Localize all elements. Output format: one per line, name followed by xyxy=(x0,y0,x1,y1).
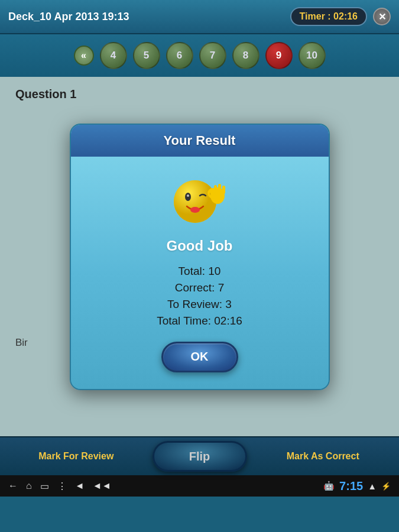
recent-apps-icon[interactable]: ▭ xyxy=(40,481,49,492)
stat-time: Total Time: 02:16 xyxy=(157,314,242,327)
stat-correct: Correct: 7 xyxy=(175,281,224,294)
status-left-icons: ← ⌂ ▭ ⋮ ◄ ◄◄ xyxy=(8,481,111,492)
battery-icon: ⚡ xyxy=(381,482,391,491)
nav-back-button[interactable]: « xyxy=(74,46,94,66)
question-5-button[interactable]: 5 xyxy=(133,42,160,69)
back-icon[interactable]: ← xyxy=(8,481,18,491)
result-modal: Your Result xyxy=(70,124,330,390)
svg-point-4 xyxy=(190,207,200,213)
modal-title: Your Result xyxy=(164,133,236,148)
home-icon[interactable]: ⌂ xyxy=(26,481,32,491)
modal-body: Good Job Total: 10 Correct: 7 To Review:… xyxy=(71,157,329,389)
question-10-button[interactable]: 10 xyxy=(299,42,326,69)
result-emoji xyxy=(170,171,229,232)
close-button[interactable]: ✕ xyxy=(373,8,391,25)
main-content-area: Question 1 Bir Your Result xyxy=(0,77,399,436)
mark-correct-button[interactable]: Mark As Correct xyxy=(247,437,400,475)
mark-review-button[interactable]: Mark For Review xyxy=(0,437,153,475)
svg-rect-8 xyxy=(222,186,225,194)
android-icon: 🤖 xyxy=(323,481,335,491)
status-bar: ← ⌂ ▭ ⋮ ◄ ◄◄ 🤖 7:15 ▲ ⚡ xyxy=(0,475,399,497)
top-bar-right: Timer : 02:16 ✕ xyxy=(290,7,391,26)
top-bar: Deck_10 Apr 2013 19:13 Timer : 02:16 ✕ xyxy=(0,0,399,34)
question-9-button[interactable]: 9 xyxy=(265,42,293,69)
question-8-button[interactable]: 8 xyxy=(232,42,259,69)
svg-point-3 xyxy=(187,194,189,197)
status-time: 7:15 xyxy=(339,479,363,493)
vol-up-icon[interactable]: ◄◄ xyxy=(93,481,112,491)
stat-review: To Review: 3 xyxy=(167,298,232,311)
status-right-area: 🤖 7:15 ▲ ⚡ xyxy=(323,479,391,493)
deck-title: Deck_10 Apr 2013 19:13 xyxy=(8,11,129,23)
number-row: « 4 5 6 7 8 9 10 xyxy=(0,34,399,77)
modal-overlay: Your Result xyxy=(0,77,399,436)
question-6-button[interactable]: 6 xyxy=(166,42,193,69)
stat-total: Total: 10 xyxy=(179,265,221,278)
flip-button[interactable]: Flip xyxy=(153,441,247,472)
vol-down-icon[interactable]: ◄ xyxy=(75,481,85,491)
svg-rect-7 xyxy=(218,184,221,193)
bottom-bar: Mark For Review Flip Mark As Correct xyxy=(0,436,399,475)
menu-icon[interactable]: ⋮ xyxy=(57,481,67,492)
result-stats: Total: 10 Correct: 7 To Review: 3 Total … xyxy=(89,265,311,327)
timer-badge: Timer : 02:16 xyxy=(290,7,367,26)
wifi-icon: ▲ xyxy=(368,481,377,491)
svg-point-1 xyxy=(174,180,216,223)
result-label: Good Job xyxy=(167,238,233,254)
ok-button[interactable]: OK xyxy=(161,342,238,372)
question-4-button[interactable]: 4 xyxy=(100,42,127,69)
question-7-button[interactable]: 7 xyxy=(199,42,226,69)
modal-header: Your Result xyxy=(71,125,329,157)
